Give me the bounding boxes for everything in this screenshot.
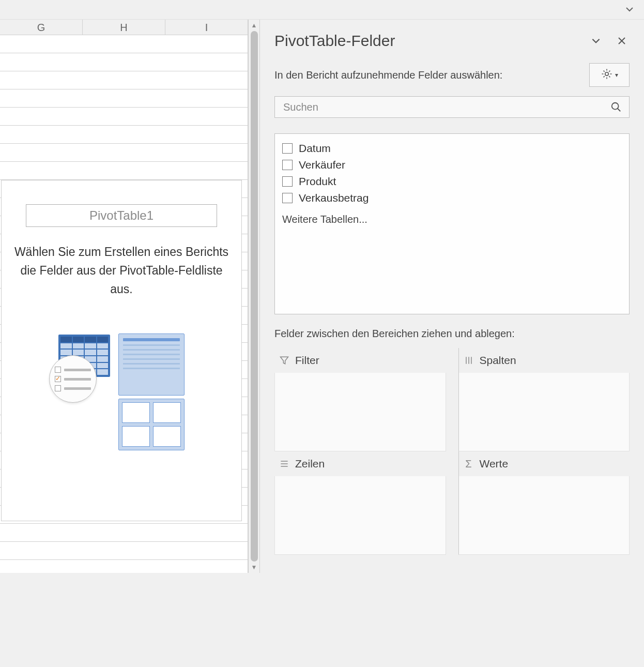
chevron-down-icon: ▾	[615, 71, 618, 79]
pane-close-button[interactable]	[614, 33, 630, 49]
scroll-thumb[interactable]	[251, 31, 258, 562]
pivottable-fields-pane: PivotTable-Felder In den Bericht aufzune…	[259, 20, 644, 573]
scroll-down-arrow-icon[interactable]: ▼	[249, 562, 260, 573]
svg-line-4	[618, 109, 621, 112]
pane-settings-button[interactable]: ▾	[589, 63, 630, 87]
field-item[interactable]: Verkausbetrag	[282, 190, 622, 206]
sigma-icon: Σ	[463, 458, 474, 469]
pane-subtitle: In den Bericht aufzunehmende Felder ausw…	[274, 69, 583, 81]
values-zone[interactable]: Σ Werte	[452, 451, 630, 555]
field-label: Verkäufer	[299, 159, 345, 171]
magnifier-icon	[49, 355, 97, 403]
search-icon	[610, 101, 622, 113]
ribbon-collapse-button[interactable]	[623, 3, 636, 16]
pivottable-instruction: Wählen Sie zum Erstellen eines Berichts …	[8, 242, 235, 298]
column-headers: G H I	[0, 20, 248, 35]
svg-point-3	[612, 103, 619, 110]
column-header[interactable]: H	[83, 20, 165, 35]
column-header[interactable]: I	[165, 20, 248, 35]
field-item[interactable]: Datum	[282, 140, 622, 157]
svg-point-2	[605, 72, 608, 75]
drop-zones: Filter Spalten	[274, 348, 630, 555]
scroll-up-arrow-icon[interactable]: ▲	[249, 20, 260, 31]
drag-instruction: Felder zwischen den Bereichen ziehen und…	[274, 328, 630, 340]
search-input[interactable]	[282, 101, 605, 114]
spreadsheet-area[interactable]: G H I PivotTable1 Wählen Sie zum Erstell…	[0, 20, 248, 573]
rows-icon	[279, 458, 290, 469]
more-tables-link[interactable]: Weitere Tabellen...	[282, 214, 622, 225]
ribbon-strip	[0, 0, 644, 20]
pane-header: PivotTable-Felder	[274, 32, 630, 50]
pivottable-illustration	[8, 334, 235, 451]
columns-icon	[463, 355, 474, 366]
field-label: Datum	[299, 142, 331, 155]
field-checkbox[interactable]	[282, 176, 293, 187]
field-checkbox[interactable]	[282, 143, 293, 154]
field-search[interactable]	[274, 96, 630, 118]
column-header[interactable]: G	[0, 20, 83, 35]
filter-icon	[279, 355, 290, 366]
pivottable-placeholder[interactable]: PivotTable1 Wählen Sie zum Erstellen ein…	[1, 180, 242, 521]
pane-title: PivotTable-Felder	[274, 32, 578, 50]
gear-icon	[601, 68, 613, 82]
zone-label: Werte	[480, 458, 509, 470]
window-root: G H I PivotTable1 Wählen Sie zum Erstell…	[0, 0, 644, 573]
columns-zone[interactable]: Spalten	[452, 348, 630, 451]
pane-collapse-button[interactable]	[588, 33, 604, 49]
available-fields-list[interactable]: Datum Verkäufer Produkt Verkausbetrag We…	[274, 133, 630, 314]
field-checkbox[interactable]	[282, 160, 293, 170]
workspace: G H I PivotTable1 Wählen Sie zum Erstell…	[0, 20, 644, 573]
field-item[interactable]: Verkäufer	[282, 157, 622, 173]
scroll-track[interactable]	[251, 31, 258, 562]
rows-zone[interactable]: Zeilen	[274, 451, 452, 555]
zone-label: Spalten	[480, 354, 516, 367]
vertical-scrollbar[interactable]: ▲ ▼	[248, 20, 259, 573]
zone-label: Zeilen	[295, 458, 325, 470]
field-label: Produkt	[299, 175, 336, 188]
pivottable-name-label: PivotTable1	[26, 204, 217, 227]
zone-label: Filter	[295, 354, 319, 367]
field-item[interactable]: Produkt	[282, 173, 622, 190]
field-list-preview-icon	[118, 334, 185, 451]
filter-zone[interactable]: Filter	[274, 348, 452, 451]
field-checkbox[interactable]	[282, 193, 293, 203]
field-label: Verkausbetrag	[299, 192, 369, 204]
